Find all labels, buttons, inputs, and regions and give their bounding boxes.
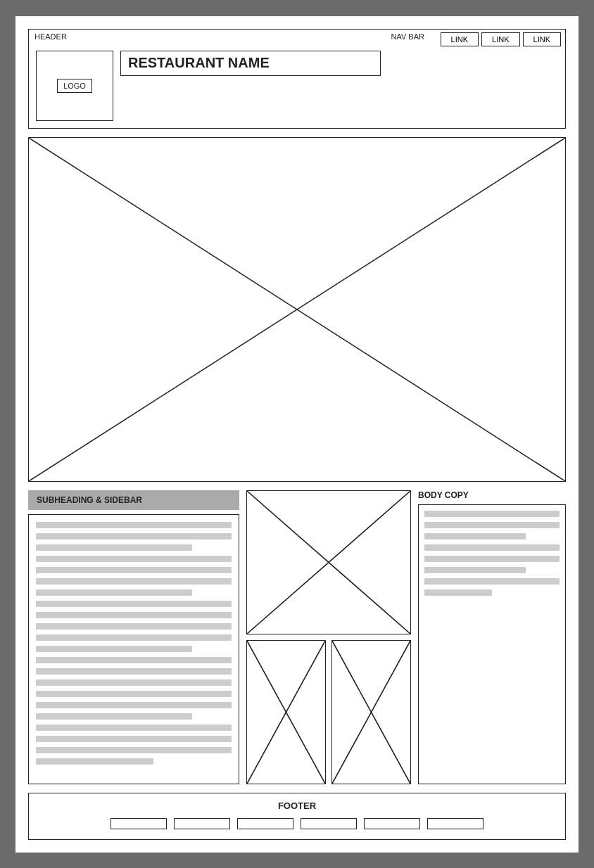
nav-link-3[interactable]: LINK (523, 32, 561, 46)
footer: FOOTER (28, 793, 566, 840)
footer-link-5[interactable] (364, 818, 420, 829)
text-line (36, 646, 192, 652)
text-line (36, 702, 232, 708)
nav-link-2[interactable]: LINK (481, 32, 519, 46)
footer-link-6[interactable] (427, 818, 484, 829)
text-line (36, 634, 232, 641)
text-line (36, 612, 232, 618)
mid-image-small-2 (331, 640, 411, 784)
body-line (424, 556, 560, 562)
mid-image-small-1 (246, 640, 326, 784)
header-main: LOGO RESTAURANT NAME (29, 46, 565, 128)
footer-link-3[interactable] (237, 818, 293, 829)
body-line (424, 567, 526, 573)
navbar-label: NAV BAR (391, 32, 424, 41)
text-line (36, 556, 232, 562)
content-section: SUBHEADING & SIDEBAR (28, 490, 566, 784)
text-block (28, 514, 239, 784)
nav-link-1[interactable]: LINK (441, 32, 479, 46)
logo: LOGO (57, 79, 92, 93)
footer-label: FOOTER (39, 800, 555, 811)
text-line (36, 725, 232, 731)
body-line (424, 544, 560, 551)
footer-link-1[interactable] (110, 818, 167, 829)
text-line (36, 758, 153, 765)
text-line (36, 522, 232, 528)
header-label: HEADER (34, 32, 67, 41)
middle-column (246, 490, 411, 784)
body-copy-box (418, 504, 566, 784)
mid-image-large (246, 490, 411, 634)
text-line (36, 533, 232, 540)
body-copy-label: BODY COPY (418, 490, 566, 500)
text-line (36, 668, 232, 675)
text-line (36, 679, 232, 686)
navbar: LINK LINK LINK (29, 30, 565, 46)
footer-links (39, 818, 555, 829)
text-line (36, 601, 232, 607)
logo-box: LOGO (36, 51, 113, 121)
text-line (36, 578, 232, 585)
body-line (424, 533, 526, 540)
header: HEADER NAV BAR LINK LINK LINK LOGO RESTA… (28, 29, 566, 129)
footer-link-4[interactable] (301, 818, 357, 829)
body-line (424, 522, 560, 528)
body-line (424, 589, 492, 596)
body-line (424, 511, 560, 517)
hero-image (28, 137, 566, 482)
text-line (36, 713, 192, 720)
text-line (36, 589, 192, 596)
text-line (36, 657, 232, 663)
footer-link-2[interactable] (174, 818, 230, 829)
restaurant-name: RESTAURANT NAME (120, 51, 381, 76)
text-line (36, 747, 232, 753)
page: HEADER NAV BAR LINK LINK LINK LOGO RESTA… (15, 16, 579, 853)
text-line (36, 623, 232, 630)
text-line (36, 567, 232, 573)
right-column: BODY COPY (418, 490, 566, 784)
left-column: SUBHEADING & SIDEBAR (28, 490, 239, 784)
text-line (36, 544, 192, 551)
body-line (424, 578, 560, 585)
subheading-bar: SUBHEADING & SIDEBAR (28, 490, 239, 510)
text-line (36, 736, 232, 742)
text-line (36, 691, 232, 697)
mid-images-row (246, 640, 411, 784)
